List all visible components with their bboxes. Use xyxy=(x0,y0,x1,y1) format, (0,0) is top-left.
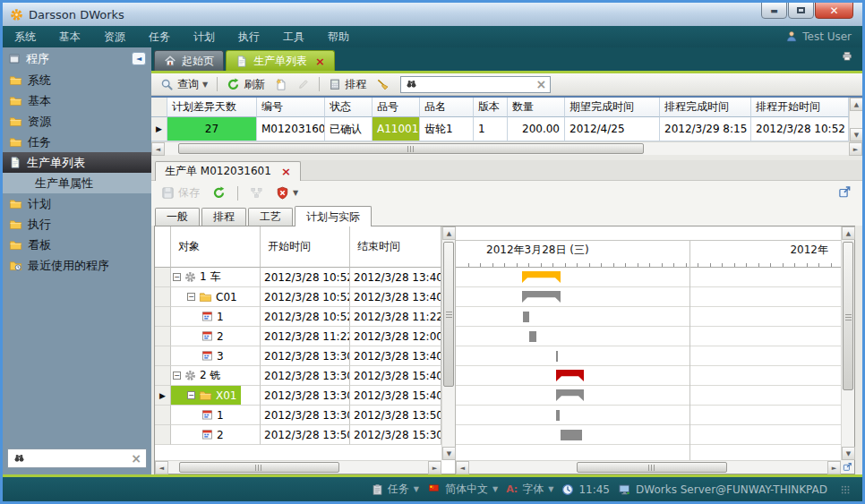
query-button[interactable]: 查询 ▼ xyxy=(157,76,211,93)
font-dropdown-icon[interactable]: ▼ xyxy=(548,485,553,493)
sidebar-item-3[interactable]: 资源 xyxy=(3,111,151,132)
gantt-vscrollbar[interactable]: ▲ ▼ xyxy=(841,226,854,460)
tree-row-selector[interactable] xyxy=(155,287,171,307)
tree-end-cell[interactable]: 2012/3/28 13:40 xyxy=(350,346,441,366)
tree-row-selector[interactable] xyxy=(155,268,171,287)
scroll-down-icon[interactable]: ▼ xyxy=(842,447,855,460)
order-cell-6[interactable]: 1 xyxy=(474,117,508,141)
row-selector-cell[interactable]: ▶ xyxy=(151,117,167,141)
tree-start-cell[interactable]: 2012/3/28 13:30 xyxy=(261,406,350,425)
scroll-up-icon[interactable]: ▲ xyxy=(842,226,855,240)
collapse-box-icon[interactable]: − xyxy=(187,293,195,301)
tree-start-cell[interactable]: 2012/3/28 10:52 xyxy=(261,287,350,307)
gantt-bar-task[interactable] xyxy=(556,351,558,362)
tree-end-cell[interactable]: 2012/3/28 15:40 xyxy=(350,366,441,386)
order-cell-7[interactable]: 200.00 xyxy=(508,117,565,141)
gantt-popout-corner[interactable] xyxy=(841,460,854,474)
scroll-left-icon[interactable]: ◄ xyxy=(155,461,168,474)
maximize-button[interactable] xyxy=(788,2,814,19)
column-header-8[interactable]: 期望完成时间 xyxy=(565,98,660,117)
tree-end-cell[interactable]: 2012/3/28 15:30 xyxy=(350,425,441,445)
tree-end-cell[interactable]: 2012/3/28 13:40 xyxy=(350,268,441,287)
tree-start-cell[interactable]: 2012/3/28 13:30 xyxy=(261,366,350,386)
tree-row-2[interactable]: −C012012/3/28 10:522012/3/28 13:40 xyxy=(155,287,441,307)
relation-button[interactable] xyxy=(246,186,267,201)
detail-refresh-button[interactable] xyxy=(209,185,229,201)
menu-item-6[interactable]: 执行 xyxy=(227,26,271,47)
orders-hscrollbar[interactable]: ◄ ► xyxy=(151,141,862,155)
menu-item-2[interactable]: 基本 xyxy=(47,26,92,47)
tree-object-cell[interactable]: 2 xyxy=(171,327,261,346)
tree-row-1[interactable]: −1 车2012/3/28 10:522012/3/28 13:40 xyxy=(155,268,441,287)
column-header-7[interactable]: 数量 xyxy=(508,98,565,117)
tree-column-header-2[interactable]: 开始时间 xyxy=(261,226,350,268)
gantt-bar-task[interactable] xyxy=(561,430,582,440)
menu-item-1[interactable]: 系统 xyxy=(3,26,47,47)
subtab-2[interactable]: 排程 xyxy=(201,208,246,226)
column-header-4[interactable]: 品号 xyxy=(373,98,420,117)
tree-end-cell[interactable]: 2012/3/28 13:40 xyxy=(350,287,441,307)
tree-start-cell[interactable]: 2012/3/28 13:30 xyxy=(261,346,350,366)
printer-icon[interactable] xyxy=(841,51,853,63)
detail-tab[interactable]: 生产单 M012031601 × xyxy=(155,161,301,181)
tree-start-cell[interactable]: 2012/3/28 13:30 xyxy=(261,386,350,406)
tab-start-page[interactable]: 起始页 xyxy=(154,50,224,71)
schedule-button[interactable]: 排程 xyxy=(325,76,370,93)
sidebar-item-8[interactable]: 执行 xyxy=(3,214,151,235)
tree-row-selector[interactable] xyxy=(155,346,171,366)
tree-row-4[interactable]: 22012/3/28 11:222012/3/28 12:00 xyxy=(155,327,441,346)
order-cell-8[interactable]: 2012/4/25 xyxy=(565,117,660,141)
tree-row-selector[interactable] xyxy=(155,406,171,425)
subtab-3[interactable]: 工艺 xyxy=(248,208,293,226)
tree-object-cell[interactable]: 1 xyxy=(171,406,261,425)
language-dropdown-icon[interactable]: ▼ xyxy=(492,485,498,493)
sidebar-item-6[interactable]: 生产单属性 xyxy=(3,173,151,193)
menu-item-8[interactable]: 帮助 xyxy=(316,26,361,47)
tree-column-header-1[interactable]: 对象 xyxy=(171,226,261,268)
column-header-9[interactable]: 排程完成时间 xyxy=(660,98,751,117)
tab-close-icon[interactable]: × xyxy=(315,56,325,67)
column-header-10[interactable]: 排程开始时间 xyxy=(751,98,849,117)
column-header-6[interactable]: 版本 xyxy=(474,98,508,117)
detail-tab-close-icon[interactable]: × xyxy=(281,166,291,177)
order-cell-1[interactable]: 27 xyxy=(167,117,257,141)
scroll-right-icon[interactable]: ► xyxy=(849,142,862,156)
order-cell-10[interactable]: 2012/3/28 10:52 xyxy=(751,117,849,141)
collapse-box-icon[interactable]: − xyxy=(187,391,195,399)
tree-end-cell[interactable]: 2012/3/28 15:40 xyxy=(350,386,441,406)
menu-item-3[interactable]: 资源 xyxy=(92,26,137,47)
sidebar-search-input[interactable] xyxy=(30,452,126,465)
scroll-right-icon[interactable]: ► xyxy=(827,461,841,474)
save-button[interactable]: 保存 xyxy=(158,184,203,201)
tree-column-header-3[interactable]: 结束时间 xyxy=(350,226,441,268)
sidebar-item-9[interactable]: 看板 xyxy=(3,235,151,255)
status-language[interactable]: 简体中文 ▼ xyxy=(427,482,498,497)
sidebar-search-clear-icon[interactable]: × xyxy=(131,452,141,465)
edit-button[interactable] xyxy=(294,77,313,91)
user-indicator[interactable]: Test User xyxy=(785,30,862,43)
orders-vscrollbar[interactable]: ▲ ▼ xyxy=(849,98,862,141)
list-search-clear-icon[interactable]: × xyxy=(535,78,546,90)
close-button[interactable]: ✕ xyxy=(815,2,853,19)
subtab-1[interactable]: 一般 xyxy=(155,208,200,226)
menu-item-7[interactable]: 工具 xyxy=(271,26,316,47)
tree-row-8[interactable]: 12012/3/28 13:302012/3/28 13:50 xyxy=(155,406,441,425)
gantt-bar-task[interactable] xyxy=(523,312,529,322)
subtab-4[interactable]: 计划与实际 xyxy=(295,206,372,226)
column-header-5[interactable]: 品名 xyxy=(420,98,474,117)
scroll-left-icon[interactable]: ◄ xyxy=(456,461,469,474)
status-font[interactable]: A: 字体 ▼ xyxy=(506,482,553,497)
tree-vscrollbar[interactable]: ▲ ▼ xyxy=(441,226,455,460)
list-search-input[interactable] xyxy=(422,78,532,90)
sidebar-item-4[interactable]: 任务 xyxy=(3,132,151,152)
column-header-2[interactable]: 编号 xyxy=(257,98,325,117)
resize-grip[interactable] xyxy=(841,485,850,494)
scroll-down-icon[interactable]: ▼ xyxy=(442,447,456,460)
new-button[interactable] xyxy=(271,77,291,92)
tree-object-cell[interactable]: −X01 xyxy=(171,386,261,406)
tree-row-9[interactable]: 22012/3/28 13:502012/3/28 15:30 xyxy=(155,425,441,445)
column-header-3[interactable]: 状态 xyxy=(325,98,373,117)
tree-object-cell[interactable]: 3 xyxy=(171,346,261,366)
tree-object-cell[interactable]: 2 xyxy=(171,425,261,445)
protect-button[interactable]: ▼ xyxy=(272,185,302,201)
